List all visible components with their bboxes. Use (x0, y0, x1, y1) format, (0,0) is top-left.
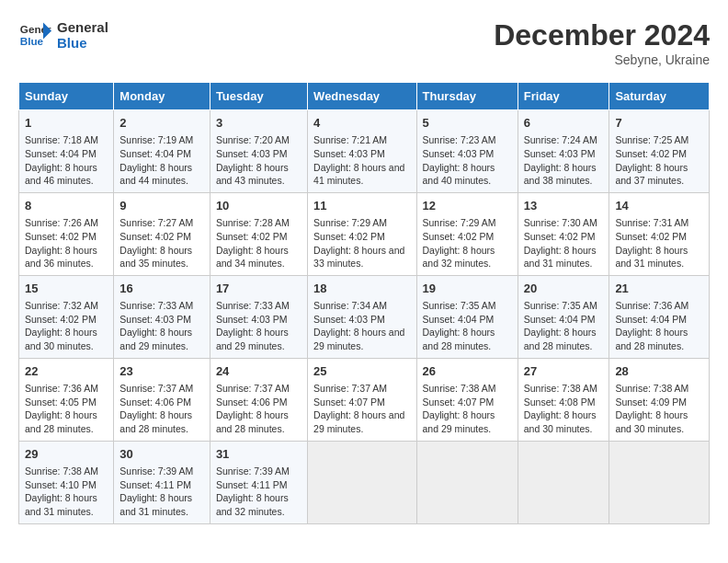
col-header-tuesday: Tuesday (210, 83, 307, 110)
calendar-cell: 4Sunrise: 7:21 AMSunset: 4:03 PMDaylight… (308, 110, 416, 193)
day-number: 4 (313, 115, 410, 132)
day-number: 28 (615, 363, 703, 380)
day-info: Sunset: 4:02 PM (615, 147, 703, 161)
day-number: 20 (524, 281, 604, 297)
day-info: Sunrise: 7:33 AM (119, 299, 204, 313)
logo-blue: Blue (57, 35, 108, 51)
col-header-monday: Monday (114, 83, 210, 110)
calendar-week-3: 15Sunrise: 7:32 AMSunset: 4:02 PMDayligh… (19, 275, 710, 358)
day-info: Daylight: 8 hours and 41 minutes. (313, 161, 410, 188)
day-info: Sunset: 4:04 PM (524, 313, 604, 327)
calendar-cell: 13Sunrise: 7:30 AMSunset: 4:02 PMDayligh… (518, 192, 609, 275)
day-info: Sunrise: 7:23 AM (423, 133, 512, 147)
day-info: Daylight: 8 hours and 29 minutes. (313, 326, 410, 352)
day-number: 2 (119, 115, 204, 132)
day-number: 30 (119, 446, 204, 463)
calendar-cell: 6Sunrise: 7:24 AMSunset: 4:03 PMDaylight… (518, 110, 609, 193)
calendar-cell: 21Sunrise: 7:36 AMSunset: 4:04 PMDayligh… (609, 275, 710, 358)
day-info: Sunset: 4:03 PM (216, 313, 301, 327)
day-info: Sunrise: 7:30 AM (524, 216, 604, 230)
day-info: Sunset: 4:03 PM (313, 147, 410, 161)
day-info: Sunset: 4:02 PM (119, 230, 204, 244)
page-header: General Blue General Blue December 2024 … (18, 18, 710, 67)
day-info: Sunset: 4:02 PM (25, 230, 108, 244)
day-info: Sunrise: 7:39 AM (119, 465, 204, 478)
day-number: 23 (119, 363, 204, 380)
day-number: 15 (25, 281, 108, 297)
day-info: Daylight: 8 hours and 31 minutes. (615, 244, 703, 270)
logo-icon: General Blue (18, 18, 51, 52)
calendar-cell: 26Sunrise: 7:38 AMSunset: 4:07 PMDayligh… (416, 358, 518, 441)
calendar-cell (308, 441, 416, 523)
calendar-cell: 15Sunrise: 7:32 AMSunset: 4:02 PMDayligh… (19, 275, 114, 358)
day-info: Sunset: 4:06 PM (216, 396, 301, 409)
calendar-body: 1Sunrise: 7:18 AMSunset: 4:04 PMDaylight… (19, 110, 710, 524)
day-info: Sunrise: 7:35 AM (423, 299, 512, 313)
calendar-cell (518, 441, 609, 523)
day-info: Daylight: 8 hours and 44 minutes. (119, 161, 204, 188)
day-info: Daylight: 8 hours and 46 minutes. (25, 161, 108, 188)
calendar-cell: 9Sunrise: 7:27 AMSunset: 4:02 PMDaylight… (114, 192, 210, 275)
day-info: Daylight: 8 hours and 29 minutes. (216, 326, 301, 352)
calendar-cell: 7Sunrise: 7:25 AMSunset: 4:02 PMDaylight… (609, 110, 710, 193)
day-info: Sunset: 4:02 PM (216, 230, 301, 244)
calendar-cell: 18Sunrise: 7:34 AMSunset: 4:03 PMDayligh… (308, 275, 416, 358)
day-number: 13 (524, 198, 604, 214)
day-info: Sunset: 4:04 PM (615, 313, 703, 327)
day-info: Sunset: 4:04 PM (423, 313, 512, 327)
day-number: 10 (216, 198, 301, 214)
day-info: Sunset: 4:02 PM (423, 230, 512, 244)
col-header-wednesday: Wednesday (308, 83, 416, 110)
day-info: Daylight: 8 hours and 30 minutes. (524, 408, 604, 435)
day-info: Sunset: 4:10 PM (25, 478, 108, 492)
calendar-cell: 31Sunrise: 7:39 AMSunset: 4:11 PMDayligh… (210, 441, 307, 523)
logo-general: General (57, 19, 108, 35)
location-subtitle: Sebyne, Ukraine (494, 52, 710, 67)
day-number: 26 (423, 363, 512, 380)
day-info: Sunrise: 7:38 AM (615, 382, 703, 396)
day-info: Sunset: 4:03 PM (216, 147, 301, 161)
day-info: Sunrise: 7:38 AM (423, 382, 512, 396)
day-number: 7 (615, 115, 703, 132)
calendar-week-4: 22Sunrise: 7:36 AMSunset: 4:05 PMDayligh… (19, 358, 710, 441)
day-number: 9 (119, 198, 204, 214)
day-info: Sunset: 4:02 PM (615, 230, 703, 244)
calendar-cell: 3Sunrise: 7:20 AMSunset: 4:03 PMDaylight… (210, 110, 307, 193)
day-info: Sunset: 4:04 PM (25, 147, 108, 161)
calendar-cell: 19Sunrise: 7:35 AMSunset: 4:04 PMDayligh… (416, 275, 518, 358)
day-info: Daylight: 8 hours and 38 minutes. (524, 161, 604, 188)
day-info: Sunrise: 7:38 AM (524, 382, 604, 396)
day-info: Sunrise: 7:31 AM (615, 216, 703, 230)
day-info: Daylight: 8 hours and 43 minutes. (216, 161, 301, 188)
day-info: Sunrise: 7:39 AM (216, 465, 301, 478)
day-info: Sunset: 4:11 PM (216, 478, 301, 492)
day-number: 16 (119, 281, 204, 297)
calendar-header-row: SundayMondayTuesdayWednesdayThursdayFrid… (19, 83, 710, 110)
col-header-sunday: Sunday (19, 83, 114, 110)
day-info: Sunset: 4:05 PM (25, 396, 108, 409)
calendar-cell: 17Sunrise: 7:33 AMSunset: 4:03 PMDayligh… (210, 275, 307, 358)
day-info: Sunset: 4:06 PM (119, 396, 204, 409)
calendar-cell: 20Sunrise: 7:35 AMSunset: 4:04 PMDayligh… (518, 275, 609, 358)
day-info: Sunset: 4:03 PM (313, 313, 410, 327)
day-info: Daylight: 8 hours and 28 minutes. (25, 408, 108, 435)
logo: General Blue General Blue (18, 18, 108, 52)
day-number: 6 (524, 115, 604, 132)
calendar-cell (609, 441, 710, 523)
calendar-cell: 16Sunrise: 7:33 AMSunset: 4:03 PMDayligh… (114, 275, 210, 358)
day-info: Sunset: 4:03 PM (423, 147, 512, 161)
day-info: Daylight: 8 hours and 37 minutes. (615, 161, 703, 188)
day-info: Daylight: 8 hours and 29 minutes. (313, 408, 410, 435)
day-number: 27 (524, 363, 604, 380)
day-info: Daylight: 8 hours and 40 minutes. (423, 161, 512, 188)
day-info: Daylight: 8 hours and 30 minutes. (615, 408, 703, 435)
day-info: Daylight: 8 hours and 33 minutes. (313, 244, 410, 270)
calendar-cell: 30Sunrise: 7:39 AMSunset: 4:11 PMDayligh… (114, 441, 210, 523)
day-number: 11 (313, 198, 410, 214)
calendar-week-2: 8Sunrise: 7:26 AMSunset: 4:02 PMDaylight… (19, 192, 710, 275)
calendar-cell: 8Sunrise: 7:26 AMSunset: 4:02 PMDaylight… (19, 192, 114, 275)
day-info: Sunrise: 7:26 AM (25, 216, 108, 230)
day-number: 17 (216, 281, 301, 297)
day-info: Sunrise: 7:35 AM (524, 299, 604, 313)
title-block: December 2024 Sebyne, Ukraine (494, 18, 710, 67)
